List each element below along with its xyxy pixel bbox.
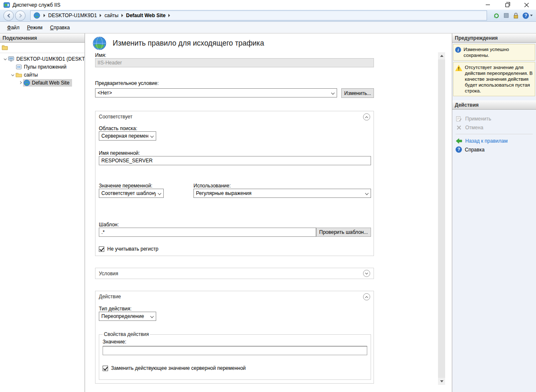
stop-icon[interactable] bbox=[503, 13, 509, 18]
menu-bar: Файл Режим Справка bbox=[0, 22, 536, 33]
collapsed-chevron-icon[interactable] bbox=[17, 82, 23, 84]
cancel-icon bbox=[456, 124, 462, 131]
ignore-case-label: Не учитывать регистр bbox=[107, 246, 158, 252]
scroll-up-button[interactable] bbox=[438, 52, 445, 59]
action-section-header[interactable]: Действие bbox=[95, 291, 374, 302]
chevron-down-icon bbox=[150, 315, 154, 318]
using-label: Использование: bbox=[193, 183, 231, 189]
expanded-chevron-icon[interactable] bbox=[2, 58, 8, 60]
close-icon bbox=[524, 3, 529, 8]
application-pools-icon bbox=[15, 64, 22, 70]
tree-item-sites[interactable]: сайты bbox=[0, 71, 85, 79]
actions-separator bbox=[456, 134, 533, 134]
value-input[interactable] bbox=[103, 346, 367, 355]
tree-item-app-pools[interactable]: Пулы приложений bbox=[0, 63, 85, 71]
apply-action: Применить bbox=[456, 114, 533, 123]
iis-manager-window: Диспетчер служб IIS DESKTOP-U1MK9D1 сайт… bbox=[0, 0, 536, 392]
right-panel: Предупреждения i Изменения успешно сохра… bbox=[452, 33, 536, 392]
variable-value-select[interactable]: Соответствует шаблону bbox=[99, 189, 164, 198]
action-type-select[interactable]: Переопределение bbox=[99, 312, 156, 321]
collapse-section-button[interactable] bbox=[363, 293, 370, 300]
precondition-edit-button[interactable]: Изменить... bbox=[341, 88, 374, 98]
breadcrumb-separator-icon bbox=[168, 14, 170, 17]
forward-arrow-icon bbox=[18, 13, 22, 18]
save-connections-icon[interactable] bbox=[2, 44, 8, 51]
ignore-case-row[interactable]: Не учитывать регистр bbox=[99, 246, 158, 252]
breadcrumb: DESKTOP-U1MK9D1 сайты Default Web Site bbox=[30, 10, 487, 20]
back-arrow-icon bbox=[7, 13, 11, 18]
scrollbar-track[interactable] bbox=[438, 59, 445, 378]
help-menu-icon[interactable]: ? bbox=[523, 13, 533, 19]
minimize-button[interactable] bbox=[478, 0, 497, 10]
test-pattern-button[interactable]: Проверить шаблон... bbox=[316, 228, 371, 237]
scrollbar-thumb[interactable] bbox=[438, 59, 445, 378]
page-title: Изменить правило для исходящего трафика bbox=[113, 39, 264, 48]
restart-icon[interactable] bbox=[493, 12, 500, 19]
replace-value-row[interactable]: Заменить действующее значение серверной … bbox=[103, 365, 367, 371]
lock-icon[interactable] bbox=[513, 12, 519, 19]
minimize-icon bbox=[486, 5, 490, 5]
connections-toolbar bbox=[0, 43, 85, 53]
using-select[interactable]: Регулярные выражения bbox=[193, 189, 371, 198]
menu-help[interactable]: Справка bbox=[46, 23, 74, 32]
info-icon: i bbox=[455, 47, 461, 53]
conditions-section: Условия bbox=[95, 268, 374, 279]
precondition-select[interactable]: <Нет> bbox=[95, 88, 337, 97]
titlebar: Диспетчер служб IIS bbox=[0, 0, 536, 10]
back-green-arrow-icon bbox=[456, 138, 462, 144]
expand-section-button[interactable] bbox=[363, 270, 370, 277]
warning-icon: ! bbox=[455, 65, 462, 71]
help-label: Справка bbox=[465, 147, 484, 153]
scope-label: Область поиска: bbox=[99, 126, 137, 131]
addressbar-icons: ? bbox=[493, 12, 533, 19]
match-section-header[interactable]: Соответствует bbox=[95, 111, 374, 122]
info-alert-text: Изменения успешно сохранены. bbox=[464, 46, 533, 58]
expanded-chevron-icon[interactable] bbox=[10, 74, 15, 76]
website-globe-icon bbox=[23, 79, 30, 86]
feature-page: Изменить правило для исходящего трафика … bbox=[85, 33, 452, 392]
page-title-row: Изменить правило для исходящего трафика bbox=[93, 36, 264, 50]
back-to-rules-link[interactable]: Назад к правилам bbox=[456, 136, 533, 145]
breadcrumb-item-default-web-site[interactable]: Default Web Site bbox=[126, 13, 166, 18]
tree-item-default-web-site[interactable]: Default Web Site bbox=[0, 79, 85, 87]
close-button[interactable] bbox=[517, 0, 536, 10]
chevron-up-icon bbox=[365, 296, 368, 299]
chevron-down-icon bbox=[365, 272, 368, 274]
scroll-up-icon bbox=[440, 55, 443, 57]
ignore-case-checkbox[interactable] bbox=[99, 246, 104, 252]
help-icon: ? bbox=[456, 146, 462, 153]
scroll-down-button[interactable] bbox=[438, 378, 445, 385]
tree-item-server[interactable]: DESKTOP-U1MK9D1 (DESKTOI bbox=[0, 55, 85, 63]
help-link[interactable]: ? Справка bbox=[456, 145, 533, 154]
collapse-section-button[interactable] bbox=[363, 113, 370, 120]
breadcrumb-separator-icon bbox=[121, 14, 123, 17]
selected-tree-item[interactable]: Default Web Site bbox=[23, 79, 72, 87]
chevron-down-icon bbox=[365, 192, 368, 195]
back-button[interactable] bbox=[3, 10, 14, 21]
variable-name-label: Имя переменной: bbox=[99, 150, 140, 156]
vertical-scrollbar[interactable] bbox=[438, 52, 445, 385]
name-input bbox=[95, 58, 374, 67]
replace-value-checkbox[interactable] bbox=[103, 366, 108, 371]
name-label: Имя: bbox=[95, 52, 106, 58]
address-bar: DESKTOP-U1MK9D1 сайты Default Web Site ? bbox=[0, 10, 536, 22]
chevron-down-icon bbox=[150, 134, 154, 138]
breadcrumb-item-server[interactable]: DESKTOP-U1MK9D1 bbox=[48, 13, 97, 18]
connections-tree: DESKTOP-U1MK9D1 (DESKTOI Пулы приложений… bbox=[0, 53, 85, 87]
menu-file[interactable]: Файл bbox=[3, 23, 23, 32]
warning-alert-text: Отсутствует значение для действия переоп… bbox=[465, 64, 533, 94]
menu-view[interactable]: Режим bbox=[23, 23, 46, 32]
window-title: Диспетчер служб IIS bbox=[13, 2, 60, 8]
variable-name-input[interactable] bbox=[99, 156, 371, 165]
restore-icon bbox=[505, 3, 509, 7]
action-properties-group: Свойства действия Значение: Заменить дей… bbox=[99, 331, 371, 380]
conditions-section-header[interactable]: Условия bbox=[95, 268, 374, 279]
scope-select[interactable]: Серверная переменн bbox=[99, 131, 156, 141]
pattern-input[interactable] bbox=[99, 228, 316, 237]
forward-button[interactable] bbox=[15, 10, 26, 21]
page-globe-icon bbox=[93, 36, 106, 50]
chevron-down-icon bbox=[530, 15, 533, 16]
breadcrumb-item-sites[interactable]: сайты bbox=[104, 13, 119, 18]
restore-button[interactable] bbox=[497, 0, 517, 10]
tree-item-label: Default Web Site bbox=[32, 80, 70, 86]
